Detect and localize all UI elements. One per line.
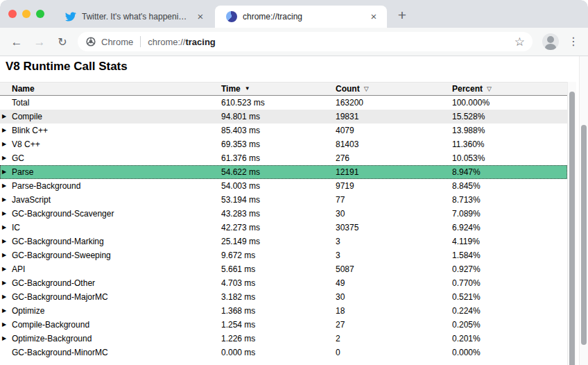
- column-label: Name: [12, 83, 35, 95]
- new-tab-button[interactable]: +: [392, 6, 412, 26]
- row-count: 3: [336, 235, 452, 248]
- table-row-optimize[interactable]: ▶ Optimize 1.368 ms 18 0.224%: [0, 304, 567, 318]
- expand-arrow-icon[interactable]: ▶: [2, 304, 12, 318]
- tab-tracing[interactable]: chrome://tracing ×: [215, 6, 387, 28]
- expand-arrow-icon[interactable]: ▶: [2, 110, 12, 124]
- row-time: 42.273 ms: [221, 221, 336, 235]
- page-scrollbar-track[interactable]: [579, 56, 588, 365]
- expand-arrow-icon[interactable]: ▶: [2, 221, 12, 235]
- table-row-compile[interactable]: ▶ Compile 94.801 ms 19831 15.528%: [0, 110, 567, 124]
- row-name: Optimize-Background: [12, 332, 92, 346]
- row-count: 2: [336, 332, 452, 346]
- row-time: 69.353 ms: [221, 137, 336, 151]
- row-percent: 7.089%: [452, 207, 567, 221]
- table-row-v8-c-[interactable]: ▶ V8 C++ 69.353 ms 81403 11.360%: [0, 137, 567, 151]
- row-time: 3.182 ms: [221, 290, 336, 304]
- table-row-api[interactable]: ▶ API 5.661 ms 5087 0.927%: [0, 262, 567, 276]
- name-cell: ▶ Blink C++: [0, 124, 221, 137]
- table-row-gc-background-majormc[interactable]: ▶ GC-Background-MajorMC 3.182 ms 30 0.52…: [0, 290, 567, 304]
- name-cell: ▶ JavaScript: [0, 193, 221, 207]
- expand-arrow-icon[interactable]: ▶: [2, 193, 12, 207]
- expand-arrow-icon[interactable]: ▶: [2, 290, 12, 304]
- row-count: 12191: [336, 165, 452, 179]
- expand-arrow-icon[interactable]: ▶: [2, 124, 12, 137]
- avatar-torso: [545, 44, 556, 50]
- table-row-parse-background[interactable]: ▶ Parse-Background 54.003 ms 9719 8.845%: [0, 179, 567, 193]
- row-time: 1.226 ms: [221, 332, 336, 346]
- avatar-head: [547, 36, 554, 43]
- back-button[interactable]: ←: [8, 33, 26, 51]
- table-row-gc-background-sweeping[interactable]: ▶ GC-Background-Sweeping 9.672 ms 3 1.58…: [0, 248, 567, 262]
- profile-avatar-button[interactable]: [542, 33, 559, 50]
- expand-arrow-icon[interactable]: ▶: [2, 151, 12, 165]
- expand-arrow-icon[interactable]: ▶: [2, 137, 12, 151]
- expand-arrow-icon[interactable]: ▶: [2, 262, 12, 276]
- browser-menu-button[interactable]: ⋮: [568, 33, 579, 51]
- row-count: 276: [336, 151, 452, 165]
- table-row-javascript[interactable]: ▶ JavaScript 53.194 ms 77 8.713%: [0, 193, 567, 207]
- table-row-gc-background-other[interactable]: ▶ GC-Background-Other 4.703 ms 49 0.770%: [0, 276, 567, 290]
- table-scrollbar-thumb[interactable]: [569, 92, 575, 365]
- table-row-compile-background[interactable]: ▶ Compile-Background 1.254 ms 27 0.205%: [0, 318, 567, 332]
- close-tab-icon[interactable]: ×: [368, 10, 380, 23]
- address-bar[interactable]: Chrome chrome://tracing ☆: [78, 32, 533, 51]
- url-text: chrome://tracing: [148, 37, 216, 47]
- row-time: 85.403 ms: [221, 124, 336, 137]
- row-percent: 8.845%: [452, 179, 567, 193]
- row-time: 5.661 ms: [221, 262, 336, 276]
- table-row-parse[interactable]: ▶ Parse 54.622 ms 12191 8.947%: [0, 165, 567, 179]
- row-name: JavaScript: [12, 193, 51, 207]
- row-percent: 0.521%: [452, 290, 567, 304]
- table-row-total[interactable]: Total 610.523 ms 163200 100.000%: [0, 96, 567, 110]
- row-name: Parse: [12, 165, 33, 179]
- expand-arrow-icon[interactable]: ▶: [2, 318, 12, 332]
- traffic-light-minimize-button[interactable]: [22, 10, 31, 18]
- row-percent: 13.988%: [452, 124, 567, 137]
- table-row-ic[interactable]: ▶ IC 42.273 ms 30375 6.924%: [0, 221, 567, 235]
- table-row-gc[interactable]: ▶ GC 61.376 ms 276 10.053%: [0, 151, 567, 165]
- expand-arrow-icon[interactable]: ▶: [2, 332, 12, 346]
- bookmark-star-icon[interactable]: ☆: [514, 36, 525, 48]
- page-scrollbar-thumb[interactable]: [581, 125, 587, 345]
- expand-arrow-icon[interactable]: ▶: [2, 235, 12, 248]
- column-header-percent[interactable]: Percent ▽: [452, 83, 567, 95]
- row-percent: 1.584%: [452, 248, 567, 262]
- tab-twitter[interactable]: Twitter. It's what's happening. ×: [54, 6, 214, 28]
- row-percent: 15.528%: [452, 110, 567, 124]
- row-count: 81403: [336, 137, 452, 151]
- traffic-light-zoom-button[interactable]: [36, 10, 44, 18]
- name-cell: ▶ GC-Background-Other: [0, 276, 221, 290]
- row-percent: 0.927%: [452, 262, 567, 276]
- row-count: 30: [336, 207, 452, 221]
- row-name: GC-Background-Sweeping: [12, 248, 111, 262]
- name-cell: ▶ Optimize: [0, 304, 221, 318]
- table-row-gc-background-minormc[interactable]: GC-Background-MinorMC 0.000 ms 0 0.000%: [0, 346, 567, 359]
- row-percent: 0.770%: [452, 276, 567, 290]
- traffic-light-close-button[interactable]: [8, 10, 17, 18]
- row-time: 54.622 ms: [221, 165, 336, 179]
- table-row-gc-background-scavenger[interactable]: ▶ GC-Background-Scavenger 43.283 ms 30 7…: [0, 207, 567, 221]
- table-row-blink-c-[interactable]: ▶ Blink C++ 85.403 ms 4079 13.988%: [0, 124, 567, 137]
- reload-button[interactable]: ↻: [53, 33, 71, 51]
- close-tab-icon[interactable]: ×: [194, 10, 207, 23]
- name-cell: ▶ V8 C++: [0, 137, 221, 151]
- row-count: 3: [336, 248, 452, 262]
- table-row-gc-background-marking[interactable]: ▶ GC-Background-Marking 25.149 ms 3 4.11…: [0, 235, 567, 248]
- table-scrollbar-track[interactable]: [567, 82, 576, 365]
- expand-arrow-icon[interactable]: ▶: [2, 276, 12, 290]
- expand-arrow-icon[interactable]: ▶: [2, 165, 12, 179]
- row-name: Blink C++: [12, 124, 48, 137]
- row-name: GC-Background-Marking: [12, 235, 104, 248]
- expand-arrow-icon[interactable]: ▶: [2, 207, 12, 221]
- expand-arrow-icon[interactable]: ▶: [2, 248, 12, 262]
- column-header-time[interactable]: Time ▼: [221, 83, 336, 95]
- column-header-count[interactable]: Count ▽: [336, 83, 452, 95]
- row-percent: 0.201%: [452, 332, 567, 346]
- table-body: Total 610.523 ms 163200 100.000% ▶ Compi…: [0, 96, 567, 359]
- column-header-name[interactable]: Name: [0, 83, 221, 95]
- expand-arrow-icon[interactable]: ▶: [2, 179, 12, 193]
- column-label: Time: [221, 83, 241, 95]
- table-row-optimize-background[interactable]: ▶ Optimize-Background 1.226 ms 2 0.201%: [0, 332, 567, 346]
- row-count: 0: [336, 346, 452, 359]
- tracing-favicon-icon: [226, 11, 237, 22]
